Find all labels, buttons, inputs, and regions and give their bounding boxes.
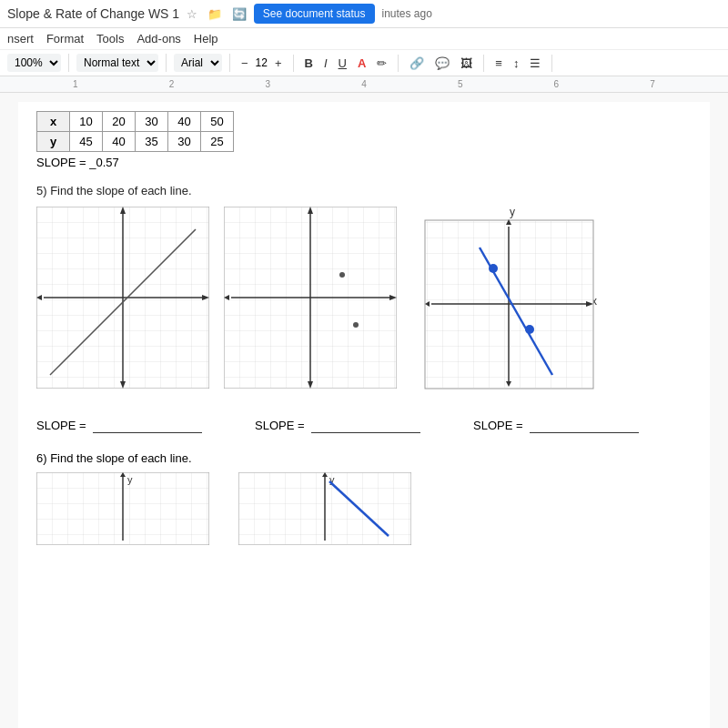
section-6-heading: 6) Find the slope of each line. — [36, 451, 692, 465]
x-val-3: 30 — [136, 112, 168, 132]
y-row-label: y — [37, 132, 70, 152]
format-group: B I U A ✏ — [301, 55, 399, 72]
slope-label-2: SLOPE = — [255, 419, 305, 432]
slope-underline-2 — [311, 419, 420, 433]
slope-answer-item-3: SLOPE = — [473, 419, 692, 433]
decrease-fontsize-button[interactable]: − — [238, 55, 252, 72]
graph-1-container — [36, 207, 209, 391]
graph-2-container — [224, 207, 397, 391]
insert-group: 🔗 💬 🖼 — [406, 55, 484, 72]
graph-3-container: y x — [411, 207, 602, 400]
graph-6b-svg: y — [238, 472, 411, 545]
see-document-status-button[interactable]: See document status — [254, 4, 375, 24]
slope-answer-item-2: SLOPE = — [255, 419, 473, 433]
document-content: x 10 20 30 40 50 y 45 40 35 30 25 SLOPE … — [18, 102, 710, 728]
italic-button[interactable]: I — [320, 55, 331, 72]
svg-point-17 — [339, 272, 345, 278]
x-val-2: 20 — [103, 112, 136, 132]
graph-3: y x — [411, 207, 602, 398]
slope-underline-3 — [530, 419, 639, 433]
y-val-2: 40 — [103, 132, 136, 152]
menu-addons[interactable]: Add-ons — [136, 30, 180, 47]
menu-bar: nsert Format Tools Add-ons Help — [0, 28, 728, 50]
graph-6b-container: y — [238, 472, 411, 548]
y-val-3: 35 — [136, 132, 168, 152]
color-button[interactable]: A — [354, 55, 369, 72]
line-spacing-button[interactable]: ↕ — [510, 55, 523, 72]
section-5-heading: 5) Find the slope of each line. — [36, 184, 692, 197]
menu-insert[interactable]: nsert — [7, 30, 34, 47]
data-table: x 10 20 30 40 50 y 45 40 35 30 25 — [36, 111, 234, 152]
text-style-select[interactable]: Normal text — [76, 54, 158, 72]
increase-fontsize-button[interactable]: + — [271, 55, 286, 72]
slope-answers-row: SLOPE = SLOPE = SLOPE = — [36, 419, 692, 433]
section-6-graphs: y y — [36, 472, 692, 548]
style-group: Normal text — [76, 54, 167, 72]
slope-underline-1 — [93, 419, 202, 433]
x-val-5: 50 — [201, 112, 234, 132]
zoom-select[interactable]: 100% — [7, 54, 61, 72]
align-button[interactable]: ≡ — [491, 55, 506, 72]
ruler-marks: 1234567 — [27, 79, 701, 89]
fontsize-group: − 12 + — [238, 55, 294, 72]
slope-label-3: SLOPE = — [473, 419, 523, 432]
title-icons: ☆ 📁 🔄 — [187, 7, 247, 21]
svg-point-31 — [525, 325, 534, 334]
list-button[interactable]: ☰ — [526, 55, 544, 72]
x-val-4: 40 — [168, 112, 201, 132]
document-title: Slope & Rate of Change WS 1 — [7, 6, 179, 21]
slope-answer-item-1: SLOPE = — [36, 419, 255, 433]
y-val-4: 30 — [168, 132, 201, 152]
ruler: 1234567 — [0, 76, 728, 93]
svg-text:y: y — [127, 474, 133, 485]
font-select[interactable]: Arial — [174, 54, 222, 72]
menu-help[interactable]: Help — [194, 30, 218, 47]
y-val-1: 45 — [70, 132, 103, 152]
comment-button[interactable]: 💬 — [431, 55, 453, 72]
svg-text:y: y — [510, 207, 515, 218]
graph-6a-container: y — [36, 472, 209, 548]
graph-1 — [36, 207, 209, 389]
menu-tools[interactable]: Tools — [96, 30, 124, 47]
highlight-button[interactable]: ✏ — [373, 55, 390, 72]
graph-2-svg — [224, 207, 397, 389]
graph-6a-svg: y — [36, 472, 209, 545]
x-row-label: x — [37, 112, 70, 132]
slope-label-1: SLOPE = — [36, 419, 86, 432]
svg-point-30 — [489, 264, 498, 273]
bold-button[interactable]: B — [301, 55, 317, 72]
link-button[interactable]: 🔗 — [406, 55, 428, 72]
y-val-5: 25 — [201, 132, 234, 152]
font-group: Arial — [174, 54, 230, 72]
menu-format[interactable]: Format — [46, 30, 84, 47]
underline-button[interactable]: U — [335, 55, 350, 72]
graph-3-svg: y x — [411, 207, 602, 398]
graph-1-svg — [36, 207, 209, 389]
zoom-group: 100% — [7, 54, 69, 72]
graph-2 — [224, 207, 397, 389]
align-group: ≡ ↕ ☰ — [491, 55, 552, 72]
font-size-display: 12 — [256, 56, 268, 69]
graphs-row-5: y x — [36, 207, 692, 400]
slope-answer-1: SLOPE = _0.57 — [36, 156, 692, 169]
x-val-1: 10 — [70, 112, 103, 132]
svg-point-18 — [353, 322, 359, 328]
toolbar: 100% Normal text Arial − 12 + B I U A ✏ … — [0, 50, 728, 76]
image-button[interactable]: 🖼 — [457, 55, 476, 72]
last-saved-time: inutes ago — [382, 7, 432, 20]
title-bar: Slope & Rate of Change WS 1 ☆ 📁 🔄 See do… — [0, 0, 728, 28]
